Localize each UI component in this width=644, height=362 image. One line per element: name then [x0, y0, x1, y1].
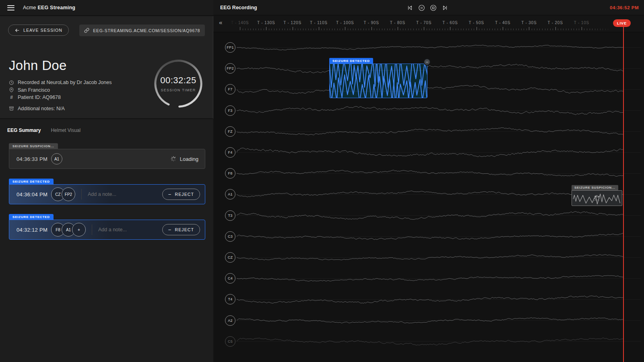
loading-spinner-icon [171, 156, 176, 162]
timeline-tick [482, 29, 482, 30]
event-card-detected[interactable]: SEIZURE DETECTED 04:32:12 PM F8A1+ − REJ… [9, 212, 205, 240]
patient-name: John Doe [9, 58, 111, 73]
timeline-tick [526, 29, 527, 30]
stop-button[interactable] [428, 3, 438, 12]
sidebar-header: Acme EEG Streaming [0, 0, 213, 16]
timeline-tick [245, 29, 246, 30]
event-card-suspicion[interactable]: SEIZURE SUSPICION... 04:36:33 PM A1 Load… [9, 142, 205, 169]
timeline-tick [369, 29, 369, 30]
patient-id-row: # Patient ID: AQ9678 [9, 94, 111, 101]
back-arrow-icon [14, 28, 20, 33]
timeline-tick [416, 29, 417, 30]
menu-icon[interactable] [7, 5, 14, 10]
timeline-tick [290, 29, 290, 30]
timeline-tick [253, 29, 254, 30]
collapse-sidebar-icon[interactable]: « [219, 19, 222, 26]
loading-spinner-icon [594, 195, 601, 202]
tab-helmet-visual[interactable]: Helmet Visual [51, 128, 80, 133]
channel-label-f4: F4 [225, 147, 235, 158]
seizure-suspicion-overlay[interactable]: SEIZURE SUSPICION... [572, 183, 622, 206]
timeline-tick [413, 29, 414, 30]
electrode-chips: CZFP2 [51, 187, 75, 201]
timeline-tick-label: T - 10S [574, 21, 589, 25]
link-icon [84, 28, 89, 33]
pause-button[interactable] [417, 3, 426, 12]
channel-label-c5: C5 [225, 336, 235, 347]
timeline-tick [334, 29, 335, 30]
timeline-tick-label: T - 50S [469, 21, 484, 25]
seizure-detected-overlay[interactable]: SEIZURE DETECTED − [329, 56, 427, 98]
timeline-tick [579, 29, 579, 30]
timeline-tick [264, 29, 264, 30]
live-playhead-line [623, 27, 624, 362]
timeline-tick [305, 29, 306, 30]
channel-label-a2: A2 [225, 315, 235, 326]
map-pin-icon [9, 87, 14, 93]
collapse-overlay-icon[interactable]: − [423, 58, 431, 66]
timeline-tick [353, 29, 353, 30]
timeline-tick [256, 29, 256, 30]
timeline-tick [489, 29, 490, 30]
timeline-tick [293, 27, 293, 30]
timeline-ruler[interactable]: T - 140ST - 130ST - 120ST - 110ST - 100S… [213, 15, 644, 32]
timeline-tick-label: T - 130S [257, 21, 275, 25]
timeline-tick [571, 29, 572, 30]
timeline-tick [279, 29, 280, 30]
skip-back-button[interactable] [405, 3, 415, 12]
seizure-waveforms [330, 64, 427, 98]
timeline-tick [484, 29, 485, 30]
timeline-tick [337, 29, 338, 30]
timeline-tick-label: T - 30S [521, 21, 537, 25]
timeline-tick [400, 29, 400, 30]
hash-icon: # [9, 95, 14, 100]
timeline-tick [590, 29, 590, 30]
timeline-tick [568, 29, 569, 30]
session-timer: 00:32:25 SESSION TIMER [153, 59, 203, 109]
note-input[interactable] [88, 191, 158, 197]
eeg-summary-section: EEG Summary Helmet Visual SEIZURE SUSPIC… [0, 119, 213, 362]
timeline-tick [411, 29, 411, 30]
session-link[interactable]: EEG-STREAMING.ACME.COM/SESSION/AQ9678 [79, 25, 205, 36]
timeline-tick [532, 29, 532, 30]
timeline-tick [566, 29, 566, 30]
reject-button[interactable]: − REJECT [162, 189, 200, 200]
skip-forward-button[interactable] [440, 3, 450, 12]
electrode-chip: A1 [51, 153, 62, 165]
timeline-tick [448, 29, 448, 30]
timeline-tick [314, 29, 314, 30]
recorded-at-row: Recorded at NeuroLab by Dr Jacob Jones [9, 79, 111, 86]
timeline-tick [319, 27, 319, 30]
timeline-tick [295, 29, 295, 30]
clock-icon [9, 80, 14, 85]
timeline-tick [456, 29, 456, 30]
timeline-tick [539, 29, 540, 30]
timeline-tick [324, 29, 324, 30]
timeline-tick [524, 29, 524, 30]
recording-header: EEG Recording 04:36:52 PM [213, 0, 644, 15]
timeline-tick [479, 29, 479, 30]
timeline-tick [561, 29, 561, 30]
channel-label-f3: F3 [225, 105, 235, 116]
timeline-tick [584, 29, 584, 30]
timeline-tick [458, 29, 458, 30]
timeline-tick-label: T - 80S [390, 21, 405, 25]
timeline-tick [392, 29, 393, 30]
timeline-tick [258, 29, 259, 30]
timeline-tick [303, 29, 303, 30]
reject-button[interactable]: − REJECT [162, 224, 200, 235]
timeline-tick [518, 29, 519, 30]
timeline-tick [308, 29, 309, 30]
timeline-tick [440, 29, 440, 30]
event-badge: SEIZURE DETECTED [9, 214, 54, 220]
leave-session-button[interactable]: LEAVE SESSION [8, 25, 69, 36]
note-input[interactable] [98, 227, 158, 232]
tab-eeg-summary[interactable]: EEG Summary [7, 128, 41, 133]
timeline-tick [492, 29, 493, 30]
live-badge[interactable]: LIVE [613, 19, 631, 27]
timeline-tick [350, 29, 351, 30]
timeline-tick [516, 29, 516, 30]
event-time: 04:36:33 PM [17, 156, 50, 162]
timeline-tick [358, 29, 359, 30]
event-card-detected[interactable]: SEIZURE DETECTED 04:36:04 PM CZFP2 − REJ… [9, 177, 205, 204]
timeline-tick-label: T - 100S [336, 21, 354, 25]
